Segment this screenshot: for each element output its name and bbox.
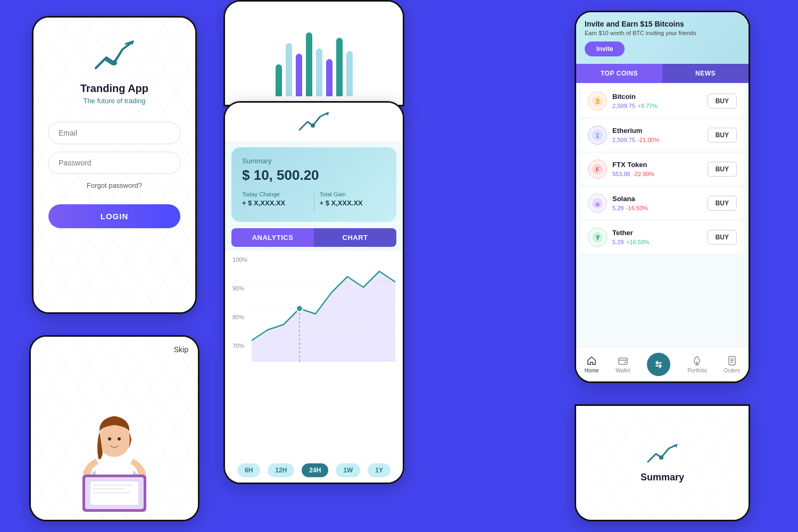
- coin-list: ₿ Bitcoin 2,509.75 +9.77% BUY Ξ Eth: [576, 83, 749, 347]
- invite-sub: Earn $10 worth of BTC inviting your frie…: [585, 30, 740, 36]
- nav-orders[interactable]: Orders: [724, 355, 741, 373]
- nav-portfolio-label: Portfolio: [687, 368, 707, 373]
- nav-wallet-label: Wallet: [616, 368, 630, 373]
- svg-point-34: [108, 437, 111, 440]
- bar-1: [276, 64, 282, 96]
- bitcoin-icon: ₿: [588, 92, 607, 111]
- tether-price: 5.29: [612, 239, 624, 245]
- svg-point-23: [624, 362, 626, 363]
- summary-card: Summary $ 10, 500.20 Today Change + $ X,…: [231, 147, 396, 222]
- bar-7: [336, 38, 343, 96]
- etherium-info: Etherium 2,509.75 -21.00%: [612, 127, 708, 144]
- tab-news[interactable]: NEWS: [662, 64, 749, 83]
- tether-buy-button[interactable]: BUY: [708, 230, 737, 245]
- total-gain-value: + $ X,XXX.XX: [320, 199, 386, 207]
- nav-home[interactable]: Home: [585, 355, 599, 373]
- svg-text:₿: ₿: [596, 98, 600, 105]
- coin-item-etherium: Ξ Etherium 2,509.75 -21.00% BUY: [580, 119, 744, 151]
- login-logo: [93, 39, 136, 76]
- bar-6: [326, 59, 332, 96]
- phone-crypto-list: Invite and Earn $15 Bitcoins Earn $10 wo…: [575, 11, 750, 383]
- ftx-buy-button[interactable]: BUY: [708, 162, 737, 177]
- svg-text:◎: ◎: [595, 202, 600, 207]
- invite-button[interactable]: Invite: [585, 41, 625, 56]
- coin-item-tether: ₮ Tether 5.29 +16.50% BUY: [580, 221, 744, 253]
- invite-banner: Invite and Earn $15 Bitcoins Earn $10 wo…: [576, 12, 749, 64]
- invite-title: Invite and Earn $15 Bitcoins: [585, 20, 740, 28]
- tab-top-coins[interactable]: TOP COINS: [576, 64, 662, 83]
- chart-area: 100% 90% 80% 70%: [225, 251, 403, 458]
- today-change-label: Today Change: [242, 191, 309, 197]
- time-btn-1w[interactable]: 1W: [336, 463, 360, 477]
- tether-info: Tether 5.29 +16.50%: [612, 229, 708, 246]
- coin-item-bitcoin: ₿ Bitcoin 2,509.75 +9.77% BUY: [580, 85, 744, 117]
- phone-main-dashboard: Summary $ 10, 500.20 Today Change + $ X,…: [223, 101, 404, 484]
- total-gain-label: Total Gain: [320, 191, 386, 197]
- svg-text:₮: ₮: [596, 235, 600, 241]
- forgot-password-link[interactable]: Forgot password?: [87, 181, 142, 189]
- time-btn-24h[interactable]: 24H: [302, 463, 328, 477]
- etherium-price: 2,509.75: [612, 137, 635, 143]
- ftx-change: -22.90%: [633, 171, 654, 177]
- nav-home-label: Home: [585, 368, 599, 373]
- coin-item-ftx: F FTX Token 553.06 -22.90% BUY: [580, 153, 744, 185]
- svg-point-33: [98, 423, 130, 457]
- tether-name: Tether: [612, 229, 708, 237]
- time-btn-6h[interactable]: 6H: [237, 463, 260, 477]
- svg-point-0: [112, 60, 117, 65]
- skip-button[interactable]: Skip: [174, 345, 188, 354]
- solana-info: Solana 5.29 -16.50%: [612, 195, 708, 212]
- login-title: Tranding App: [80, 82, 148, 95]
- crypto-tabs: TOP COINS NEWS: [576, 64, 749, 83]
- top-chart-bars: [263, 22, 365, 96]
- solana-buy-button[interactable]: BUY: [708, 196, 737, 211]
- bitcoin-price: 2,509.75: [612, 103, 635, 109]
- time-btn-12h[interactable]: 12H: [268, 463, 294, 477]
- summary-divider: [314, 191, 314, 212]
- bitcoin-info: Bitcoin 2,509.75 +9.77%: [612, 93, 708, 110]
- ftx-info: FTX Token 553.06 -22.90%: [612, 161, 708, 178]
- bar-2: [286, 43, 292, 96]
- login-button[interactable]: LOGIN: [48, 204, 180, 228]
- bitcoin-buy-button[interactable]: BUY: [708, 94, 737, 109]
- time-buttons: 6H 12H 24H 1W 1Y: [225, 458, 403, 483]
- tether-icon: ₮: [588, 228, 607, 247]
- phone-woman: Skip: [29, 335, 200, 521]
- solana-price: 5.29: [612, 205, 624, 211]
- ftx-name: FTX Token: [612, 161, 708, 169]
- solana-icon: ◎: [588, 194, 607, 213]
- svg-text:Ξ: Ξ: [596, 133, 600, 139]
- login-subtitle: The future of trading: [83, 97, 145, 105]
- nav-swap[interactable]: [647, 353, 670, 376]
- summary-amount: $ 10, 500.20: [242, 167, 386, 184]
- main-logo: [298, 111, 330, 132]
- analytics-chart-tabs: ANALYTICS CHART: [231, 228, 396, 247]
- bar-8: [346, 51, 353, 96]
- tab-chart[interactable]: CHART: [314, 228, 396, 247]
- bar-5: [316, 48, 322, 96]
- bitcoin-name: Bitcoin: [612, 93, 708, 101]
- woman-illustration: [56, 371, 173, 520]
- solana-change: -16.50%: [626, 205, 648, 211]
- nav-wallet[interactable]: Wallet: [616, 355, 630, 373]
- main-scene: Tranding App The future of trading Forgo…: [0, 0, 798, 532]
- tab-analytics[interactable]: ANALYTICS: [231, 228, 314, 247]
- main-header: [225, 103, 403, 141]
- svg-text:F: F: [596, 167, 599, 173]
- tether-change: +16.50%: [626, 239, 650, 245]
- bar-4: [306, 32, 312, 96]
- time-btn-1y[interactable]: 1Y: [368, 463, 390, 477]
- y-label-80: 80%: [232, 314, 247, 320]
- etherium-buy-button[interactable]: BUY: [708, 128, 737, 143]
- nav-portfolio[interactable]: Portfolio: [687, 355, 707, 373]
- etherium-change: -21.00%: [637, 137, 659, 143]
- etherium-name: Etherium: [612, 127, 708, 135]
- email-input[interactable]: [48, 122, 180, 144]
- password-input[interactable]: [48, 152, 180, 174]
- coin-item-solana: ◎ Solana 5.29 -16.50% BUY: [580, 187, 744, 219]
- swap-icon[interactable]: [647, 353, 670, 376]
- y-label-90: 90%: [232, 285, 247, 292]
- bar-3: [296, 54, 302, 96]
- svg-marker-9: [252, 271, 395, 362]
- svg-rect-22: [619, 358, 627, 364]
